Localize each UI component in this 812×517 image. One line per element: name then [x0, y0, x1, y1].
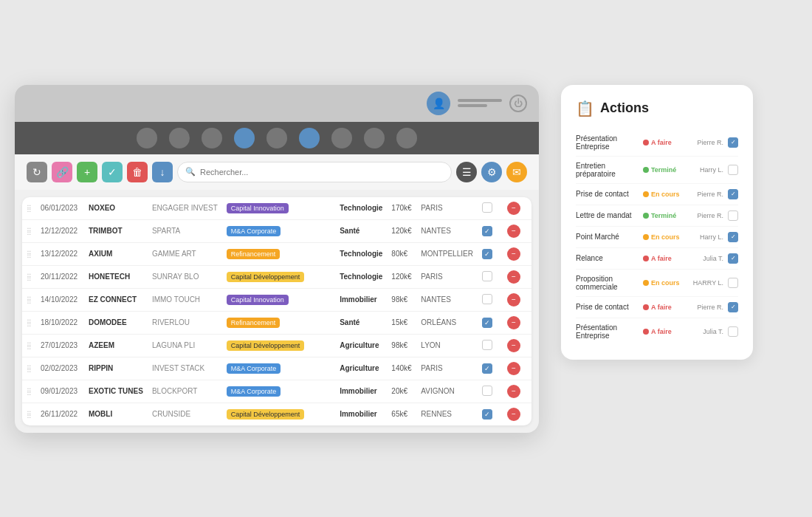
drag-handle[interactable]: ⣿ [22, 265, 36, 288]
checkbox-cell[interactable]: ✓ [478, 242, 503, 265]
action-checkbox[interactable]: ✓ [728, 137, 738, 148]
action-checkbox[interactable]: ✓ [728, 302, 738, 312]
table-row: ⣿ 27/01/2023 AZEEM LAGUNA PLI Capital Dé… [22, 334, 531, 357]
delete-cell[interactable]: − [503, 403, 531, 425]
download-button[interactable]: ↓ [152, 162, 173, 182]
date-cell: 13/12/2022 [36, 242, 84, 265]
city-cell: ORLÉANS [416, 311, 478, 334]
table-row: ⣿ 14/10/2022 EZ CONNECT IMMO TOUCH Capit… [22, 288, 531, 311]
delete-cell[interactable]: − [503, 265, 531, 288]
nav-dot-2[interactable] [169, 128, 190, 148]
delete-cell[interactable]: − [503, 311, 531, 334]
checkbox-cell[interactable] [478, 334, 503, 357]
delete-cell[interactable]: − [503, 357, 531, 380]
status-badge: Terminé [639, 210, 684, 221]
action-checkbox[interactable] [728, 165, 738, 175]
drag-handle[interactable]: ⣿ [22, 242, 36, 265]
drag-handle[interactable]: ⣿ [22, 288, 36, 311]
checkbox-cell[interactable]: ✓ [478, 357, 503, 380]
date-cell: 20/11/2022 [36, 265, 84, 288]
drag-handle[interactable]: ⣿ [22, 311, 36, 334]
delete-cell[interactable]: − [503, 334, 531, 357]
checkbox-cell[interactable] [478, 288, 503, 311]
delete-cell[interactable]: − [503, 242, 531, 265]
sector-cell: Agriculture [335, 334, 387, 357]
contact-cell: INVEST STACK [148, 357, 222, 380]
action-checkbox[interactable]: ✓ [728, 189, 738, 199]
table-row: ⣿ 12/12/2022 TRIMBOT SPARTA M&A Corporat… [22, 219, 531, 242]
action-row: Proposition commerciale En cours HARRY L… [576, 270, 738, 297]
status-badge: En cours [639, 232, 684, 242]
action-checkbox[interactable] [728, 326, 738, 337]
nav-dot-7[interactable] [331, 128, 352, 148]
assignee: HARRY L. [688, 279, 723, 287]
nav-dot-8[interactable] [364, 128, 385, 148]
nav-dot-4[interactable] [234, 128, 255, 148]
checkbox-cell[interactable] [478, 197, 503, 220]
action-checkbox[interactable]: ✓ [728, 232, 738, 242]
amount-cell: 98k€ [387, 334, 416, 357]
checkbox-cell[interactable]: ✓ [478, 403, 503, 425]
settings-icon[interactable]: ⚙ [481, 162, 502, 182]
status-badge: Terminé [639, 165, 684, 175]
nav-dot-3[interactable] [202, 128, 222, 148]
sector-cell: Immobilier [335, 403, 387, 425]
status-dot [643, 304, 649, 310]
search-icon: 🔍 [185, 167, 196, 177]
checkbox-cell[interactable]: ✓ [478, 219, 503, 242]
action-checkbox[interactable] [728, 278, 738, 288]
refresh-button[interactable]: ↻ [27, 162, 47, 182]
nav-dot-1[interactable] [137, 128, 157, 148]
drag-handle[interactable]: ⣿ [22, 380, 36, 403]
amount-cell: 20k€ [387, 380, 416, 403]
delete-cell[interactable]: − [503, 219, 531, 242]
checkbox-cell[interactable] [478, 380, 503, 403]
date-cell: 14/10/2022 [36, 288, 84, 311]
action-name: Prise de contact [576, 303, 635, 311]
drag-handle[interactable]: ⣿ [22, 334, 36, 357]
delete-button[interactable]: 🗑 [127, 162, 148, 182]
search-bar[interactable]: 🔍 [177, 162, 452, 182]
action-checkbox[interactable]: ✓ [728, 253, 738, 264]
drag-handle[interactable]: ⣿ [22, 197, 36, 220]
power-button[interactable]: ⏻ [509, 95, 527, 112]
drag-handle[interactable]: ⣿ [22, 403, 36, 425]
delete-cell[interactable]: − [503, 288, 531, 311]
contact-cell: SUNRAY BLO [148, 265, 222, 288]
check-button[interactable]: ✓ [102, 162, 123, 182]
amount-cell: 65k€ [387, 403, 416, 425]
city-cell: RENNES [416, 403, 478, 425]
search-input[interactable] [200, 168, 444, 177]
mail-icon[interactable]: ✉ [506, 162, 527, 182]
checkbox-cell[interactable]: ✓ [478, 311, 503, 334]
contact-cell: LAGUNA PLI [148, 334, 222, 357]
actions-panel: 📋 Actions Présentation Entreprise A fair… [561, 85, 753, 360]
delete-cell[interactable]: − [503, 380, 531, 403]
city-cell: NANTES [416, 288, 478, 311]
company-cell: TRIMBOT [84, 219, 148, 242]
table-row: ⣿ 09/01/2023 EXOTIC TUNES BLOCKPORT M&A … [22, 380, 531, 403]
city-cell: MONTPELLIER [416, 242, 478, 265]
date-cell: 09/01/2023 [36, 380, 84, 403]
tag-cell: Capital Innovation [222, 288, 335, 311]
nav-dot-6[interactable] [299, 128, 320, 148]
sector-cell: Santé [335, 219, 387, 242]
actions-panel-icon: 📋 [576, 100, 594, 117]
delete-cell[interactable]: − [503, 197, 531, 220]
nav-dot-9[interactable] [396, 128, 417, 148]
company-cell: AXIUM [84, 242, 148, 265]
checkbox-cell[interactable] [478, 265, 503, 288]
add-button[interactable]: + [77, 162, 97, 182]
status-badge: A faire [639, 302, 684, 312]
nav-dot-5[interactable] [266, 128, 287, 148]
action-checkbox[interactable] [728, 210, 738, 221]
drag-handle[interactable]: ⣿ [22, 219, 36, 242]
link-button[interactable]: 🔗 [52, 162, 72, 182]
drag-handle[interactable]: ⣿ [22, 357, 36, 380]
list-icon[interactable]: ☰ [456, 162, 477, 182]
assignee: Harry L. [688, 166, 723, 174]
city-cell: PARIS [416, 357, 478, 380]
table-row: ⣿ 20/11/2022 HONETECH SUNRAY BLO Capital… [22, 265, 531, 288]
status-badge: En cours [639, 278, 684, 288]
company-cell: RIPPIN [84, 357, 148, 380]
